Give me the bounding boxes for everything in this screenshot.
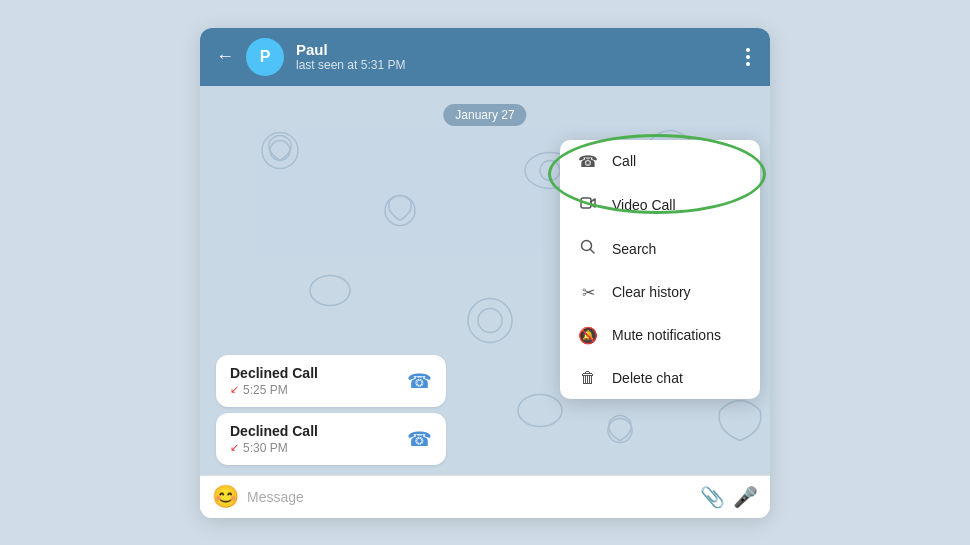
svg-point-1 (270, 140, 290, 160)
attach-button[interactable]: 📎 (700, 485, 725, 509)
back-button[interactable]: ← (216, 46, 234, 67)
header-info: Paul last seen at 5:31 PM (296, 41, 730, 72)
menu-item-call[interactable]: ☎ Call (560, 140, 760, 183)
declined-arrow-icon-1: ↙ (230, 383, 239, 396)
avatar: P (246, 38, 284, 76)
menu-item-mute-label: Mute notifications (612, 327, 721, 343)
chat-header: ← P Paul last seen at 5:31 PM (200, 28, 770, 86)
search-icon (578, 239, 598, 259)
call-icon: ☎ (578, 152, 598, 171)
contact-name: Paul (296, 41, 730, 58)
call-info-2: Declined Call ↙ 5:30 PM (230, 423, 318, 455)
call-bubble-1: Declined Call ↙ 5:25 PM ☎ (216, 355, 446, 407)
call-phone-icon-2[interactable]: ☎ (407, 427, 432, 451)
call-time-row-2: ↙ 5:30 PM (230, 441, 318, 455)
call-bubble-2: Declined Call ↙ 5:30 PM ☎ (216, 413, 446, 465)
menu-item-delete[interactable]: 🗑 Delete chat (560, 357, 760, 399)
menu-item-search[interactable]: Search (560, 227, 760, 271)
menu-dot (746, 55, 750, 59)
mic-button[interactable]: 🎤 (733, 485, 758, 509)
declined-arrow-icon-2: ↙ (230, 441, 239, 454)
message-input[interactable] (247, 489, 692, 505)
menu-item-call-label: Call (612, 153, 636, 169)
svg-point-0 (262, 132, 298, 168)
call-time-1: 5:25 PM (243, 383, 288, 397)
menu-item-clear-history[interactable]: ✂ Clear history (560, 271, 760, 314)
date-badge: January 27 (443, 104, 526, 126)
svg-point-6 (310, 275, 350, 305)
chat-body: January 27 Declined Call ↙ 5:25 PM ☎ Dec… (200, 86, 770, 475)
menu-item-clear-history-label: Clear history (612, 284, 691, 300)
video-call-icon (578, 195, 598, 215)
delete-icon: 🗑 (578, 369, 598, 387)
call-title-1: Declined Call (230, 365, 318, 381)
chat-input-bar: 😊 📎 🎤 (200, 475, 770, 518)
call-time-row-1: ↙ 5:25 PM (230, 383, 318, 397)
clear-history-icon: ✂ (578, 283, 598, 302)
menu-item-mute[interactable]: 🔕 Mute notifications (560, 314, 760, 357)
svg-rect-14 (581, 198, 591, 208)
dropdown-menu: ☎ Call Video Call (560, 140, 760, 399)
menu-item-video-call[interactable]: Video Call (560, 183, 760, 227)
mute-icon: 🔕 (578, 326, 598, 345)
call-title-2: Declined Call (230, 423, 318, 439)
chat-window: ← P Paul last seen at 5:31 PM (200, 28, 770, 518)
svg-point-4 (540, 160, 560, 180)
menu-item-search-label: Search (612, 241, 656, 257)
call-time-2: 5:30 PM (243, 441, 288, 455)
menu-dot (746, 62, 750, 66)
call-info-1: Declined Call ↙ 5:25 PM (230, 365, 318, 397)
menu-item-video-call-label: Video Call (612, 197, 676, 213)
call-phone-icon-1[interactable]: ☎ (407, 369, 432, 393)
svg-point-8 (478, 308, 502, 332)
menu-dot (746, 48, 750, 52)
emoji-button[interactable]: 😊 (212, 484, 239, 510)
menu-item-delete-label: Delete chat (612, 370, 683, 386)
contact-status: last seen at 5:31 PM (296, 58, 730, 72)
svg-point-7 (468, 298, 512, 342)
menu-button[interactable] (742, 44, 754, 70)
